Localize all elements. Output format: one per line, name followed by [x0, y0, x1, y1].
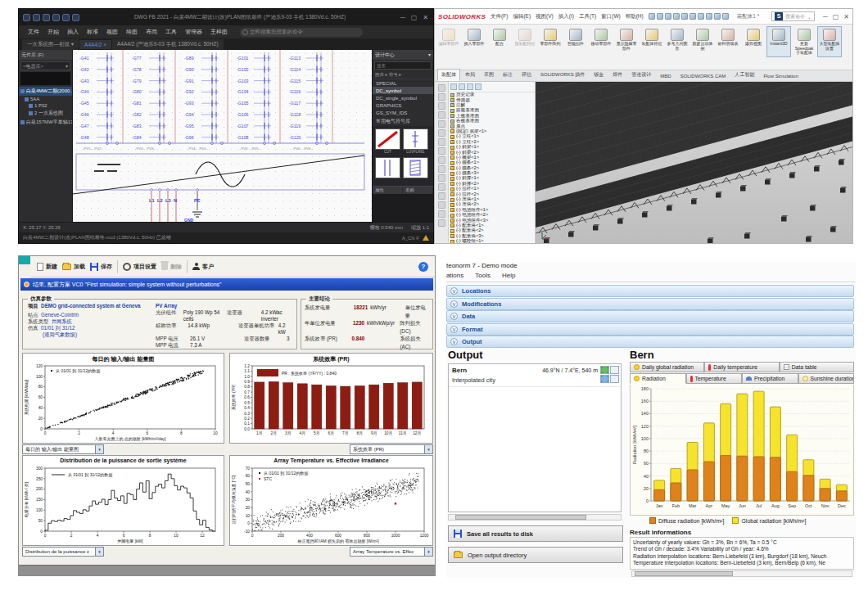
chart-selector-temp[interactable]: Array Temperature vs. Effec▾ [350, 547, 433, 557]
ribbon-button-配合[interactable]: 配合 [487, 26, 512, 57]
tab-daily-global-radiation[interactable]: Daily global radiation [630, 362, 704, 372]
sw-side-icon-8[interactable] [438, 156, 445, 164]
quick-icon-2[interactable] [43, 14, 50, 21]
symbol-lib-item-3[interactable]: GRAPHICS [373, 101, 433, 109]
station-mini-buttons[interactable] [600, 366, 619, 383]
cad-command-line[interactable]: 白泉4MW二期设计(改)PLAN图纸最终.mcd (1380Vd.c. 50Hz… [19, 232, 433, 243]
fm-tab-0[interactable] [450, 83, 457, 90]
sw-tab-MBD[interactable]: MBD [656, 71, 675, 81]
tree-item-4[interactable]: 白泉157MW平单轴138... [19, 118, 72, 127]
sw-tab-焊件[interactable]: 焊件 [608, 69, 626, 81]
sw-tab-人工智能[interactable]: 人工智能 [730, 69, 758, 81]
sw-toolbar-icon-2[interactable] [665, 13, 671, 20]
cad-symbol-breadcrumb[interactable]: 图库 ▸ 符号 ▸ [373, 71, 433, 79]
menu-工具[interactable]: 工具 [161, 26, 181, 38]
ribbon-button-装配体特征[interactable]: 装配体特征 [640, 26, 664, 57]
symbol-lib-item-2[interactable]: DC_single_symbol [373, 94, 433, 101]
tab-data-table[interactable]: Data table [780, 362, 854, 372]
cad-library-combo[interactable]: <电器库>▾ [20, 61, 70, 70]
ribbon-button-参考几何图形[interactable]: 参考几何图形 [665, 26, 689, 57]
sw-side-icon-1[interactable] [438, 93, 445, 101]
chart-selector-pr[interactable]: 系统效率 (PR)▾ [350, 444, 433, 454]
sw-side-icon-14[interactable] [438, 210, 445, 218]
section-output[interactable]: vOutput [446, 336, 854, 348]
close-icon[interactable]: ✕ [423, 14, 428, 21]
sw-tab-钣金[interactable]: 钣金 [590, 69, 608, 81]
cad-scale-setting[interactable]: 缩放 1:1 [411, 224, 429, 232]
sw-toolbar-icon-6[interactable] [698, 13, 704, 20]
chart-selector-distribution[interactable]: Distribution de la puissance c▾ [22, 547, 104, 557]
maximize-icon[interactable]: ▢ [411, 14, 418, 21]
open-output-directory-button[interactable]: Open output directory [448, 547, 623, 563]
ribbon-button-材料明细表[interactable]: 材料明细表 [716, 26, 740, 57]
cad-quick-access-toolbar[interactable] [23, 14, 79, 21]
sw-toolbar-icon-4[interactable] [681, 13, 688, 20]
menu-Help[interactable]: Help [502, 272, 515, 279]
tree-item-1[interactable]: 5AA [19, 96, 72, 102]
ribbon-button-零部件阵列[interactable]: 零部件阵列 [538, 26, 563, 57]
sw-menu-视图(V)[interactable]: 视图(V) [534, 13, 555, 20]
symbol-lib-item-0[interactable]: SPECIAL [373, 79, 433, 87]
quick-icon-4[interactable] [62, 14, 70, 21]
ribbon-button-编辑零部件[interactable]: 编辑零部件 [436, 26, 461, 57]
cad-drawing-canvas[interactable]: -G41-G42-G43-G44-G45-G46-G47-G48-PV1:- -… [73, 50, 373, 222]
sw-side-icon-10[interactable] [438, 174, 445, 182]
ribbon-button-显示隐藏零部件[interactable]: 显示隐藏零部件 [614, 26, 639, 57]
solidworks-graphics-area[interactable] [536, 82, 852, 243]
sw-toolbar-icon-5[interactable] [689, 13, 696, 20]
quick-icon-5[interactable] [72, 14, 79, 21]
cad-grid-setting[interactable]: 栅格 0.540 mm [370, 224, 403, 232]
symbol-thumb-3[interactable] [403, 157, 428, 183]
cad-symbol-search[interactable]: 搜索 [374, 61, 432, 70]
sw-toolbar-icon-3[interactable] [673, 13, 680, 20]
symbol-thumb-0[interactable]: CUT [375, 128, 400, 155]
ribbon-button-插入零部件[interactable]: 插入零部件 [462, 26, 486, 57]
globe-icon[interactable] [600, 366, 609, 374]
sw-menu-编辑(E)[interactable]: 编辑(E) [511, 13, 532, 20]
sw-side-icon-9[interactable] [438, 165, 445, 173]
sw-tab-草图[interactable]: 草图 [480, 69, 498, 81]
sw-tab-装配体[interactable]: 装配体 [437, 69, 460, 81]
symbol-lib-item-5[interactable]: 常用电气符号库 [373, 116, 433, 126]
ribbon-button-更新 Speedpak 子装配体[interactable]: 更新 Speedpak 子装配体 [792, 26, 816, 57]
new-button[interactable]: 新建 [37, 263, 57, 271]
menu-绘图[interactable]: 绘图 [122, 26, 142, 38]
sw-side-icon-3[interactable] [438, 111, 445, 119]
solidworks-standard-toolbar[interactable] [649, 13, 729, 20]
sw-tab-标注[interactable]: 标注 [499, 69, 517, 81]
restore-icon[interactable]: ▢ [833, 13, 839, 20]
cad-command-search[interactable]: 立即搜索您想要的命令 [240, 28, 363, 37]
chart-selector-daily-io[interactable]: 每日的 输入/输出 能量图▾ [22, 444, 104, 454]
sw-toolbar-icon-1[interactable] [657, 13, 663, 20]
tree-item-2[interactable]: 1 P02 [19, 102, 72, 109]
ribbon-button-新建运动算例[interactable]: 新建运动算例 [690, 26, 715, 57]
fm-tab-1[interactable] [459, 83, 465, 90]
sw-toolbar-icon-0[interactable] [649, 13, 655, 20]
section-data[interactable]: vData [446, 310, 854, 322]
result-horizontal-scrollbar[interactable] [631, 570, 852, 577]
quick-icon-3[interactable] [52, 14, 60, 21]
tree-item-0[interactable]: 白泉4MW二期(2000... [19, 87, 72, 96]
menu-布局[interactable]: 布局 [142, 26, 161, 38]
save-results-button[interactable]: Save all results to disk [448, 525, 623, 542]
cad-input-language[interactable]: A_CN F [402, 236, 419, 241]
doc-tab-2[interactable]: A4A4/2 (严迪乐9-03 手机 1380Vd.c. 50HZ) [112, 39, 224, 50]
fm-tab-3[interactable] [475, 83, 481, 90]
solidworks-command-search[interactable]: S搜索命令⌄ [771, 11, 815, 21]
menu-Tools[interactable]: Tools [475, 272, 491, 279]
ribbon-button-爆炸视图[interactable]: 爆炸视图 [741, 26, 766, 57]
menu-标准[interactable]: 标准 [83, 26, 102, 38]
pin-icon[interactable]: ▾ [428, 52, 431, 58]
solidworks-view-toolbar[interactable] [435, 82, 449, 243]
tab-temperature[interactable]: Temperature [686, 373, 743, 384]
sw-tab-布局[interactable]: 布局 [461, 69, 479, 81]
save-button[interactable]: 保存 [90, 263, 112, 271]
ribbon-button-移动零部件[interactable]: 移动零部件 [589, 26, 613, 57]
ribbon-button-Instant3D[interactable]: Instant3D [766, 26, 791, 57]
menu-管理器[interactable]: 管理器 [181, 26, 206, 38]
sw-side-icon-11[interactable] [438, 183, 445, 191]
sw-menu-帮助(H)[interactable]: 帮助(H) [624, 13, 645, 20]
sw-side-icon-12[interactable] [438, 192, 445, 200]
menu-Locations[interactable]: Locations [446, 272, 463, 279]
tree-item-3[interactable]: 2 一次系统图 [19, 109, 72, 118]
